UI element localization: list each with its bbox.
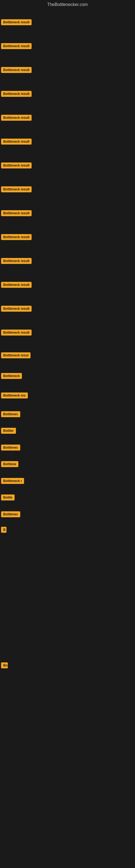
- bottleneck-badge[interactable]: Bottler: [1, 428, 16, 434]
- bottleneck-badge[interactable]: Bottleneck result: [1, 19, 32, 25]
- site-title: TheBottlenecker.com: [0, 0, 135, 9]
- list-item: Bottleneck resul: [1, 344, 134, 366]
- list-item: Bottleneck result: [1, 321, 134, 344]
- list-item: Bottleneck result: [1, 82, 134, 106]
- bottleneck-badge[interactable]: Bottleneck resul: [1, 352, 31, 358]
- list-item: Bottler: [1, 423, 134, 439]
- bottleneck-badge[interactable]: Bottle: [1, 495, 14, 500]
- bottleneck-badge[interactable]: Bottleneck result: [1, 162, 32, 168]
- bottleneck-badge[interactable]: Bottleneck res: [1, 393, 28, 399]
- list-item: Bottleneck result: [1, 249, 134, 273]
- list-item: Bottleneck result: [1, 177, 134, 201]
- list-item: Bottleneck result: [1, 297, 134, 321]
- list-item: Bottleneck result: [1, 130, 134, 154]
- list-item: [1, 584, 134, 619]
- bottleneck-badge[interactable]: Bottleneck result: [1, 330, 32, 336]
- bottleneck-badge[interactable]: Bottleneck: [1, 373, 22, 379]
- list-item: [1, 747, 134, 782]
- bottleneck-badge[interactable]: Bottleneck r: [1, 478, 24, 484]
- bottleneck-badge[interactable]: Bottleneck result: [1, 67, 32, 73]
- list-item: Bottleneck result: [1, 34, 134, 58]
- list-item: Bottleneck result: [1, 10, 134, 34]
- list-item: [1, 619, 134, 654]
- list-item: [1, 782, 134, 814]
- list-item: Bottleneck result: [1, 154, 134, 177]
- list-item: [1, 676, 134, 712]
- list-item: Bottlenec: [1, 405, 134, 423]
- bottleneck-badge[interactable]: Bo: [1, 662, 8, 669]
- list-item: Bottleneck result: [1, 225, 134, 249]
- list-item: Bottlenec: [1, 439, 134, 456]
- bottleneck-badge[interactable]: Bottleneck result: [1, 115, 32, 121]
- list-item: Bottleneck result: [1, 201, 134, 225]
- list-item: Bottleneck result: [1, 58, 134, 82]
- list-item: Bottlene: [1, 456, 134, 472]
- list-item: [1, 536, 134, 549]
- bottleneck-badge[interactable]: Bottlenec: [1, 511, 20, 517]
- bottleneck-badge[interactable]: Bottleneck result: [1, 306, 32, 312]
- site-title-bar: TheBottlenecker.com: [0, 0, 135, 9]
- list-item: Bottleneck result: [1, 273, 134, 297]
- list-item: Bottleneck: [1, 366, 134, 386]
- list-item: B: [1, 523, 134, 536]
- bottleneck-badge[interactable]: Bottleneck result: [1, 91, 32, 97]
- list-item: Bottleneck result: [1, 106, 134, 130]
- bottleneck-badge[interactable]: B: [1, 527, 6, 533]
- bottleneck-list: Bottleneck resultBottleneck resultBottle…: [0, 9, 135, 816]
- list-item: Bo: [1, 654, 134, 676]
- bottleneck-badge[interactable]: Bottlenec: [1, 411, 20, 417]
- list-item: [1, 549, 134, 584]
- bottleneck-badge[interactable]: Bottlene: [1, 461, 18, 467]
- list-item: [1, 712, 134, 747]
- bottleneck-badge[interactable]: Bottleneck result: [1, 258, 32, 264]
- bottleneck-badge[interactable]: Bottleneck result: [1, 43, 32, 49]
- list-item: Bottleneck res: [1, 386, 134, 405]
- bottleneck-badge[interactable]: Bottleneck result: [1, 282, 32, 288]
- bottleneck-badge[interactable]: Bottleneck result: [1, 234, 32, 240]
- bottleneck-badge[interactable]: Bottleneck result: [1, 210, 32, 216]
- bottleneck-badge[interactable]: Bottleneck result: [1, 138, 32, 145]
- list-item: Bottleneck r: [1, 472, 134, 490]
- bottleneck-badge[interactable]: Bottlenec: [1, 444, 20, 451]
- list-item: Bottlenec: [1, 505, 134, 523]
- list-item: Bottle: [1, 490, 134, 505]
- bottleneck-badge[interactable]: Bottleneck result: [1, 186, 32, 192]
